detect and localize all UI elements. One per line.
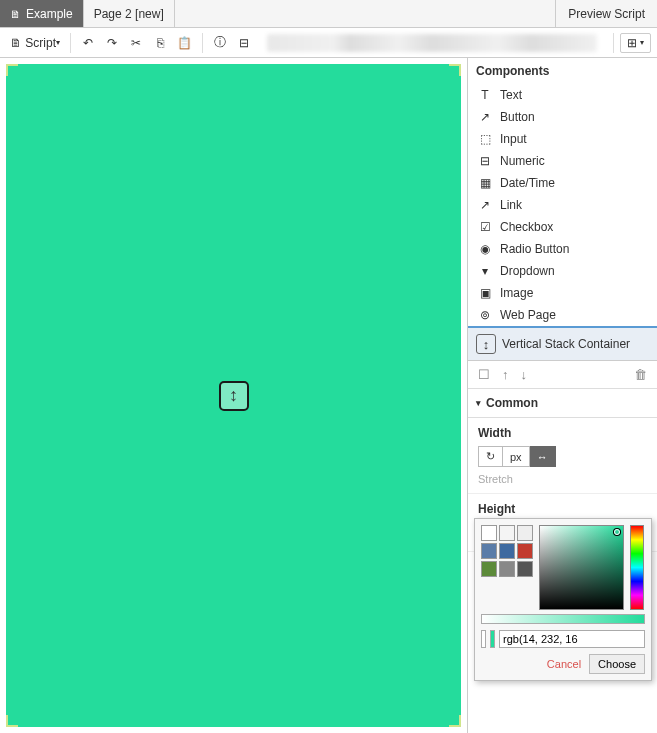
saturation-value-picker[interactable] [539, 525, 624, 610]
component-item-date-time[interactable]: ▦Date/Time [468, 172, 657, 194]
common-label: Common [486, 396, 538, 410]
component-item-web-page[interactable]: ⊚Web Page [468, 304, 657, 326]
layout-dropdown[interactable]: ⊞ ▾ [620, 33, 651, 53]
tab-label: Example [26, 7, 73, 21]
element-actions: ☐ ↑ ↓ 🗑 [468, 361, 657, 389]
preset-color[interactable] [499, 525, 515, 541]
page-icon: 🗎 [10, 8, 21, 20]
component-icon: ↗ [478, 198, 492, 212]
width-px[interactable]: px [503, 446, 530, 467]
width-mode-group: ↻ px ↔ [478, 446, 647, 467]
preset-color[interactable] [499, 543, 515, 559]
component-label: Web Page [500, 308, 556, 322]
redo-button[interactable]: ↷ [101, 32, 123, 54]
page-canvas[interactable]: ↕ [6, 64, 461, 727]
component-item-numeric[interactable]: ⊟Numeric [468, 150, 657, 172]
select-parent-button[interactable]: ☐ [478, 367, 490, 382]
component-item-link[interactable]: ↗Link [468, 194, 657, 216]
component-icon: ▣ [478, 286, 492, 300]
preset-color[interactable] [517, 525, 533, 541]
selection-corner [6, 715, 18, 727]
previous-color-swatch [481, 630, 486, 648]
vertical-stack-icon: ↕ [476, 334, 496, 354]
component-icon: ◉ [478, 242, 492, 256]
copy-button[interactable]: ⎘ [149, 32, 171, 54]
selection-corner [449, 715, 461, 727]
preview-script-button[interactable]: Preview Script [555, 0, 657, 27]
preset-color[interactable] [481, 561, 497, 577]
selected-element-bar: ↕ Vertical Stack Container [468, 326, 657, 361]
move-up-button[interactable]: ↑ [502, 367, 509, 382]
move-down-button[interactable]: ↓ [521, 367, 528, 382]
component-item-input[interactable]: ⬚Input [468, 128, 657, 150]
stack-icon: ↕ [229, 385, 238, 406]
component-item-checkbox[interactable]: ☑Checkbox [468, 216, 657, 238]
current-color-swatch [490, 630, 495, 648]
components-title: Components [468, 58, 657, 84]
paste-button[interactable]: 📋 [173, 32, 196, 54]
caret-down-icon: ▾ [56, 38, 60, 47]
component-label: Date/Time [500, 176, 555, 190]
component-label: Link [500, 198, 522, 212]
component-label: Image [500, 286, 533, 300]
caret-down-icon: ▾ [476, 398, 481, 408]
tab-example[interactable]: 🗎 Example [0, 0, 84, 27]
height-label: Height [478, 502, 647, 516]
toolbar: 🗎 Script ▾ ↶ ↷ ✂ ⎘ 📋 ⓘ ⊟ ⊞ ▾ [0, 28, 657, 58]
script-dropdown[interactable]: 🗎 Script ▾ [6, 32, 64, 54]
preset-color[interactable] [499, 561, 515, 577]
preset-colors [481, 525, 533, 610]
cut-button[interactable]: ✂ [125, 32, 147, 54]
caret-down-icon: ▾ [640, 38, 644, 47]
selected-label: Vertical Stack Container [502, 337, 630, 351]
hue-slider[interactable] [630, 525, 644, 610]
component-label: Dropdown [500, 264, 555, 278]
color-value-input[interactable] [499, 630, 645, 648]
component-item-text[interactable]: TText [468, 84, 657, 106]
component-icon: ⊟ [478, 154, 492, 168]
component-item-image[interactable]: ▣Image [468, 282, 657, 304]
preset-color[interactable] [481, 525, 497, 541]
component-icon: ▦ [478, 176, 492, 190]
width-hint: Stretch [478, 473, 647, 485]
component-label: Checkbox [500, 220, 553, 234]
component-label: Radio Button [500, 242, 569, 256]
top-tab-bar: 🗎 Example Page 2 [new] Preview Script [0, 0, 657, 28]
component-item-dropdown[interactable]: ▾Dropdown [468, 260, 657, 282]
tab-page2[interactable]: Page 2 [new] [84, 0, 175, 27]
preset-color[interactable] [517, 543, 533, 559]
component-label: Numeric [500, 154, 545, 168]
color-choose-button[interactable]: Choose [589, 654, 645, 674]
selection-corner [449, 64, 461, 76]
component-item-radio-button[interactable]: ◉Radio Button [468, 238, 657, 260]
component-label: Text [500, 88, 522, 102]
canvas-area[interactable]: ↕ [0, 58, 467, 733]
delete-button[interactable]: 🗑 [634, 367, 647, 382]
color-cancel-button[interactable]: Cancel [547, 658, 581, 670]
width-property: Width ↻ px ↔ Stretch [468, 418, 657, 494]
component-item-button[interactable]: ↗Button [468, 106, 657, 128]
preset-color[interactable] [481, 543, 497, 559]
preset-color[interactable] [517, 561, 533, 577]
info-button[interactable]: ⓘ [209, 32, 231, 54]
undo-button[interactable]: ↶ [77, 32, 99, 54]
width-reset[interactable]: ↻ [478, 446, 503, 467]
component-icon: ⊚ [478, 308, 492, 322]
side-panel: Components TText↗Button⬚Input⊟Numeric▦Da… [467, 58, 657, 733]
script-label: Script [25, 36, 56, 50]
vertical-stack-widget[interactable]: ↕ [219, 381, 249, 411]
page-icon: 🗎 [10, 36, 22, 50]
sv-cursor [614, 529, 620, 535]
component-icon: ↗ [478, 110, 492, 124]
alpha-slider[interactable] [481, 614, 645, 624]
common-section-header[interactable]: ▾ Common [468, 389, 657, 418]
component-icon: ⬚ [478, 132, 492, 146]
components-list: TText↗Button⬚Input⊟Numeric▦Date/Time↗Lin… [468, 84, 657, 326]
width-stretch[interactable]: ↔ [530, 446, 556, 467]
width-label: Width [478, 426, 647, 440]
tab-label: Page 2 [new] [94, 7, 164, 21]
component-icon: ▾ [478, 264, 492, 278]
collapse-button[interactable]: ⊟ [233, 32, 255, 54]
component-icon: T [478, 88, 492, 102]
blurred-toolbar-region [267, 34, 597, 52]
